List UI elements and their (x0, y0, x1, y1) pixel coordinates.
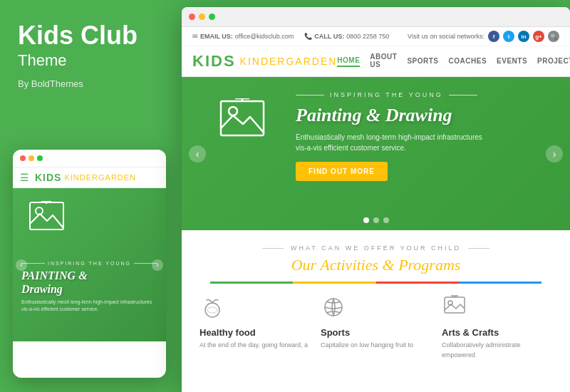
hero-next-button[interactable]: › (546, 145, 563, 163)
hero-title: Painting & Drawing (296, 104, 534, 126)
activity-card-arts: Arts & Crafts Collaboratively administra… (442, 294, 552, 360)
activities-cards: Healthy food At the end of the day, goin… (196, 294, 556, 360)
hero-dot-2[interactable] (373, 217, 379, 223)
nav-projects[interactable]: PROJECTS (537, 57, 570, 66)
facebook-icon[interactable]: f (488, 31, 499, 42)
hero-inspiring-label: INSPIRING THE YOUNG (296, 91, 534, 98)
search-icon[interactable]: 🔍 (548, 31, 559, 42)
browser-topbar (182, 7, 570, 27)
browser-dot-green (209, 14, 215, 20)
site-nav-links: HOME ABOUT US SPORTS COACHES EVENTS PROJ… (337, 53, 570, 70)
mobile-hero-desc: Enthusiastically mesh long-term high-imp… (21, 299, 157, 313)
dot-red (20, 155, 26, 161)
email-icon: ✉ (192, 33, 198, 40)
sports-desc: Capitalize on low hanging fruit to (321, 341, 431, 351)
dot-green (37, 155, 43, 161)
browser-dot-red (189, 14, 195, 20)
hero-image-icon (217, 98, 267, 145)
mobile-prev-button[interactable]: ‹ (16, 259, 27, 271)
mobile-preview-card: ☰ KIDS KINDERGARDEN INSPIRING THE YOUNG (13, 150, 166, 378)
hero-prev-button[interactable]: ‹ (189, 145, 206, 163)
theme-author: By BoldThemes (18, 78, 160, 89)
activities-section: WHAT CAN WE OFFER YOUR CHILD Our Activit… (182, 230, 570, 367)
food-desc: At the end of the day, going forward, a (200, 341, 310, 351)
svg-rect-4 (221, 101, 264, 135)
site-logo-kids: KIDS (192, 52, 236, 71)
mobile-hero: INSPIRING THE YOUNG PAINTING &Drawing En… (13, 188, 166, 341)
phone-icon: 📞 (304, 33, 312, 40)
theme-subtitle: Theme (18, 51, 160, 70)
site-nav: KIDS KINDERGARDEN HOME ABOUT US SPORTS C… (182, 46, 570, 76)
visit-label: Visit us on social networks: (408, 33, 484, 40)
mobile-hero-icon (27, 201, 66, 237)
activities-title: Our Activities & Programs (196, 256, 556, 274)
mobile-logo-kids: KIDS (35, 172, 61, 183)
hero-dots (363, 217, 389, 223)
dot-yellow (28, 155, 34, 161)
arts-title: Arts & Crafts (442, 327, 552, 338)
site-logo-garden: KINDERGARDEN (240, 56, 338, 67)
phone-topbar: 📞 CALL US: 0800 2258 750 (304, 33, 389, 40)
divider-blue (459, 282, 542, 284)
hero-content: INSPIRING THE YOUNG Painting & Drawing E… (296, 91, 534, 181)
google-plus-icon[interactable]: g+ (533, 31, 544, 42)
linkedin-icon[interactable]: in (518, 31, 529, 42)
call-value: 0800 2258 750 (346, 33, 389, 40)
divider-yellow (293, 282, 375, 284)
nav-events[interactable]: EVENTS (497, 57, 527, 66)
site-topbar: ✉ EMAIL US: office@kidsclub.com 📞 CALL U… (182, 27, 570, 46)
left-panel: Kids Club Theme By BoldThemes ☰ KIDS KIN… (0, 0, 178, 392)
arts-icon (442, 294, 552, 323)
divider-green (210, 282, 293, 284)
activities-divider (210, 282, 542, 284)
nav-sports[interactable]: SPORTS (407, 57, 438, 66)
food-title: Healthy food (200, 327, 310, 338)
nav-about[interactable]: ABOUT US (370, 53, 397, 70)
svg-rect-0 (30, 202, 63, 229)
nav-coaches[interactable]: COACHES (449, 57, 487, 66)
mobile-hero-text: INSPIRING THE YOUNG PAINTING &Drawing En… (21, 261, 157, 313)
site-header: ✉ EMAIL US: office@kidsclub.com 📞 CALL U… (182, 27, 570, 77)
food-icon (200, 294, 310, 323)
hero-desc: Enthusiastically mesh long-term high-imp… (296, 132, 495, 153)
svg-point-9 (207, 307, 217, 313)
svg-point-1 (36, 207, 43, 215)
mobile-hero-title: PAINTING &Drawing (21, 269, 157, 296)
arts-desc: Collaboratively administrate empowered (442, 341, 552, 360)
site-hero: INSPIRING THE YOUNG Painting & Drawing E… (182, 77, 570, 230)
theme-title: Kids Club (18, 21, 160, 50)
mobile-inspiring-label: INSPIRING THE YOUNG (21, 261, 157, 266)
mobile-window-dots (13, 150, 166, 167)
activity-card-sports: Sports Capitalize on low hanging fruit t… (321, 294, 431, 360)
sports-title: Sports (321, 327, 431, 338)
hero-cta-button[interactable]: FIND OUT MORE (296, 162, 388, 181)
twitter-icon[interactable]: t (503, 31, 514, 42)
email-label: EMAIL US: (200, 33, 233, 40)
svg-point-5 (229, 107, 237, 115)
email-topbar: ✉ EMAIL US: office@kidsclub.com (192, 33, 294, 40)
call-label: CALL US: (314, 33, 344, 40)
browser-dot-yellow (199, 14, 205, 20)
hero-dot-3[interactable] (383, 217, 389, 223)
email-value: office@kidsclub.com (235, 33, 294, 40)
activities-label: WHAT CAN WE OFFER YOUR CHILD (196, 244, 556, 252)
mobile-nav: ☰ KIDS KINDERGARDEN (13, 167, 166, 188)
svg-point-10 (325, 299, 342, 316)
hero-dot-1[interactable] (363, 217, 369, 223)
social-topbar: Visit us on social networks: f t in g+ 🔍 (408, 31, 559, 42)
activity-card-food: Healthy food At the end of the day, goin… (200, 294, 310, 360)
mobile-next-button[interactable]: › (152, 259, 163, 271)
nav-home[interactable]: HOME (337, 56, 360, 67)
hamburger-icon[interactable]: ☰ (20, 172, 29, 183)
mobile-logo-rest: KINDERGARDEN (64, 173, 136, 182)
browser-mockup: ✉ EMAIL US: office@kidsclub.com 📞 CALL U… (182, 7, 570, 392)
divider-red (376, 282, 459, 284)
sports-icon (321, 294, 431, 323)
